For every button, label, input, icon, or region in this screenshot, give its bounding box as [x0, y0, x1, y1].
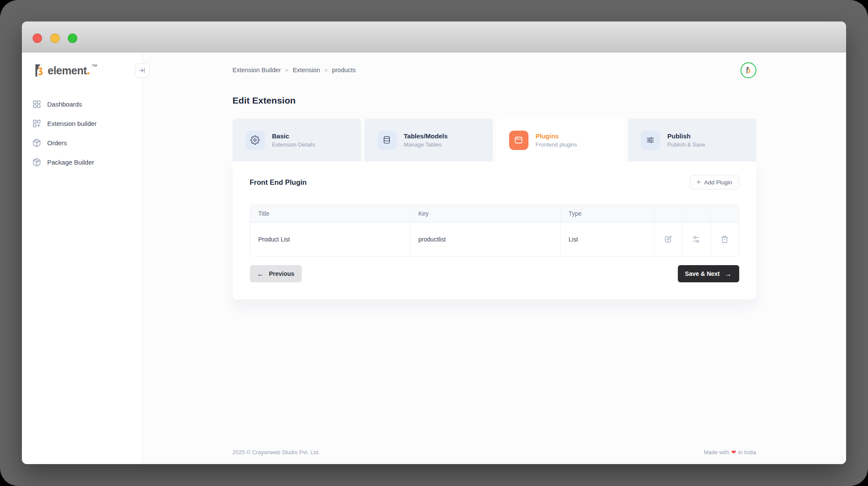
heart-icon: ❤: [731, 449, 736, 455]
breadcrumb-extension[interactable]: Extension: [293, 67, 320, 73]
location-text: in India: [738, 449, 756, 455]
maximize-window-button[interactable]: [68, 34, 77, 43]
tab-publish[interactable]: Publish Publish & Save: [628, 119, 756, 162]
breadcrumb-extension-builder[interactable]: Extension Builder: [233, 67, 281, 73]
previous-button[interactable]: ← Previous: [250, 265, 302, 282]
tab-title: Tables/Models: [404, 132, 448, 140]
tab-tables-models[interactable]: Tables/Models Manage Tables: [364, 119, 493, 162]
tab-subtitle: Publish & Save: [668, 141, 705, 148]
row-settings-button[interactable]: [683, 223, 711, 256]
collapse-arrow-icon: [139, 67, 146, 74]
database-icon: [377, 131, 397, 150]
page-title: Edit Extension: [233, 95, 756, 106]
app-logo[interactable]: element TM: [22, 52, 142, 78]
grid-plus-icon: [32, 119, 41, 128]
column-header-edit: [654, 205, 683, 223]
save-next-label: Save & Next: [685, 270, 720, 277]
grid-icon: [32, 100, 41, 109]
logo-mark-icon: [32, 63, 45, 78]
arrow-left-icon: ←: [257, 270, 264, 278]
user-avatar[interactable]: [741, 62, 756, 78]
trash-icon: [720, 235, 729, 244]
traffic-lights: [33, 34, 77, 43]
column-header-type: Type: [561, 205, 654, 223]
sliders-icon: [641, 131, 660, 150]
row-key-cell: productlist: [410, 223, 561, 256]
column-header-settings: [683, 205, 711, 223]
column-header-delete: [711, 205, 739, 223]
sidebar: element TM: [22, 52, 143, 464]
tab-title: Basic: [272, 132, 315, 140]
plus-icon: +: [697, 179, 701, 186]
save-next-button[interactable]: Save & Next →: [678, 265, 739, 282]
made-with-love: Made with ❤ in India: [704, 449, 756, 455]
chevron-right-icon: >: [325, 67, 328, 73]
logo-wordmark: element: [48, 63, 89, 78]
footer: 2025 © Crayonweb Studio Pvt. Ltd. Made w…: [233, 449, 756, 464]
avatar-logo-icon: [745, 66, 752, 74]
minimize-window-button[interactable]: [50, 34, 60, 43]
close-window-button[interactable]: [33, 34, 42, 43]
settings-sliders-icon: [692, 235, 701, 244]
app-body: element TM: [22, 52, 846, 464]
sidebar-item-dashboards[interactable]: Dashboards: [22, 95, 142, 114]
row-title-cell: Product List: [250, 223, 410, 256]
panel-title: Front End Plugin: [250, 178, 307, 186]
edit-row-button[interactable]: [654, 223, 683, 256]
sidebar-item-label: Orders: [47, 139, 67, 147]
breadcrumb: Extension Builder > Extension > products: [233, 67, 356, 73]
previous-label: Previous: [269, 270, 294, 277]
main-area: Extension Builder > Extension > products: [143, 52, 846, 464]
sidebar-item-label: Dashboards: [47, 101, 82, 108]
tab-plugins[interactable]: Plugins Frontend plugins: [496, 119, 625, 162]
sidebar-item-extension-builder[interactable]: Extension builder: [22, 114, 142, 133]
tab-basic[interactable]: Basic Extension Details: [233, 119, 361, 162]
edit-pencil-icon: [664, 235, 672, 244]
package-box-icon: [32, 158, 41, 167]
sidebar-item-orders[interactable]: Orders: [22, 133, 142, 153]
plugins-panel: Front End Plugin + Add Plugin Title Key …: [233, 162, 756, 300]
screenshot-root: element TM: [0, 0, 868, 486]
breadcrumb-products[interactable]: products: [332, 67, 356, 73]
gear-icon: [246, 131, 265, 150]
copyright-text: 2025 © Crayonweb Studio Pvt. Ltd.: [233, 449, 320, 455]
column-header-key: Key: [410, 205, 561, 223]
wizard-tabs: Basic Extension Details: [233, 119, 756, 162]
add-plugin-label: Add Plugin: [704, 179, 732, 186]
tab-subtitle: Extension Details: [272, 141, 315, 148]
plugins-table: Title Key Type Product List productlist …: [250, 205, 739, 257]
column-header-title: Title: [250, 205, 410, 223]
tab-title: Publish: [668, 132, 705, 140]
made-with-text: Made with: [704, 449, 729, 455]
topbar: Extension Builder > Extension > products: [233, 62, 756, 78]
chevron-right-icon: >: [285, 67, 288, 73]
logo-trademark: TM: [92, 63, 97, 69]
add-plugin-button[interactable]: + Add Plugin: [690, 175, 739, 190]
tab-title: Plugins: [536, 132, 577, 140]
delete-row-button[interactable]: [711, 223, 739, 256]
sidebar-item-label: Extension builder: [47, 120, 97, 127]
row-type-cell: List: [561, 223, 654, 256]
sidebar-item-label: Package Builder: [47, 159, 94, 166]
logo-dot: [87, 72, 89, 74]
browser-window-icon: [509, 131, 528, 150]
arrow-right-icon: →: [725, 270, 732, 278]
tab-subtitle: Frontend plugins: [536, 141, 577, 148]
tab-subtitle: Manage Tables: [404, 141, 448, 148]
browser-window: element TM: [22, 21, 846, 464]
sidebar-item-package-builder[interactable]: Package Builder: [22, 153, 142, 172]
package-box-icon: [32, 138, 41, 147]
window-titlebar: [22, 21, 846, 52]
sidebar-nav: Dashboards Extension builder: [22, 95, 142, 172]
sidebar-collapse-button[interactable]: [135, 63, 149, 78]
